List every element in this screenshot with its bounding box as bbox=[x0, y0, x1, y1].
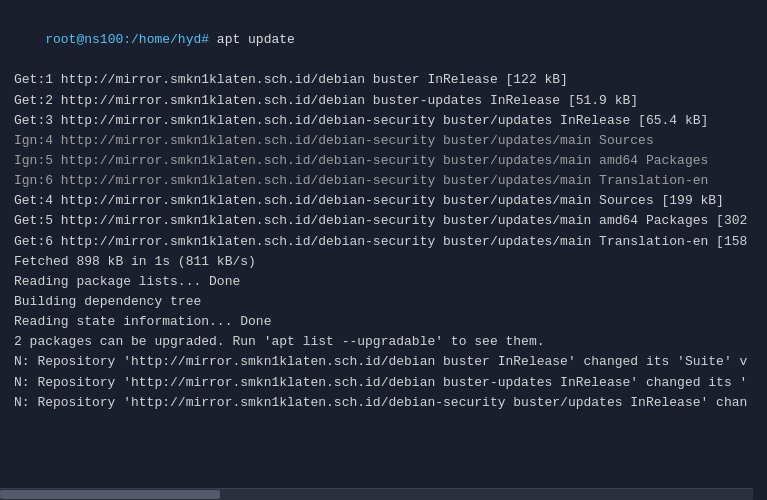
command-text: apt update bbox=[209, 32, 295, 47]
scrollbar-thumb[interactable] bbox=[0, 490, 220, 499]
terminal-line: Fetched 898 kB in 1s (811 kB/s) bbox=[14, 252, 753, 272]
terminal-line: Get:2 http://mirror.smkn1klaten.sch.id/d… bbox=[14, 91, 753, 111]
terminal-line: 2 packages can be upgraded. Run 'apt lis… bbox=[14, 332, 753, 352]
terminal-line: Get:1 http://mirror.smkn1klaten.sch.id/d… bbox=[14, 70, 753, 90]
terminal-line: N: Repository 'http://mirror.smkn1klaten… bbox=[14, 352, 753, 372]
terminal-output: Get:1 http://mirror.smkn1klaten.sch.id/d… bbox=[14, 70, 753, 412]
terminal-line: Reading state information... Done bbox=[14, 312, 753, 332]
terminal-line: Building dependency tree bbox=[14, 292, 753, 312]
terminal-line: Ign:4 http://mirror.smkn1klaten.sch.id/d… bbox=[14, 131, 753, 151]
scrollbar-area[interactable] bbox=[0, 488, 753, 500]
terminal-line: Ign:5 http://mirror.smkn1klaten.sch.id/d… bbox=[14, 151, 753, 171]
terminal-line: Get:3 http://mirror.smkn1klaten.sch.id/d… bbox=[14, 111, 753, 131]
terminal-line: Reading package lists... Done bbox=[14, 272, 753, 292]
terminal-line: N: Repository 'http://mirror.smkn1klaten… bbox=[14, 373, 753, 393]
terminal-line: Get:6 http://mirror.smkn1klaten.sch.id/d… bbox=[14, 232, 753, 252]
terminal-line: Get:5 http://mirror.smkn1klaten.sch.id/d… bbox=[14, 211, 753, 231]
prompt-text: root@ns100:/home/hyd# bbox=[45, 32, 209, 47]
terminal-line: Ign:6 http://mirror.smkn1klaten.sch.id/d… bbox=[14, 171, 753, 191]
terminal-window[interactable]: root@ns100:/home/hyd# apt update Get:1 h… bbox=[0, 0, 767, 500]
command-prompt: root@ns100:/home/hyd# apt update bbox=[14, 10, 753, 70]
terminal-line: N: Repository 'http://mirror.smkn1klaten… bbox=[14, 393, 753, 413]
terminal-line: Get:4 http://mirror.smkn1klaten.sch.id/d… bbox=[14, 191, 753, 211]
